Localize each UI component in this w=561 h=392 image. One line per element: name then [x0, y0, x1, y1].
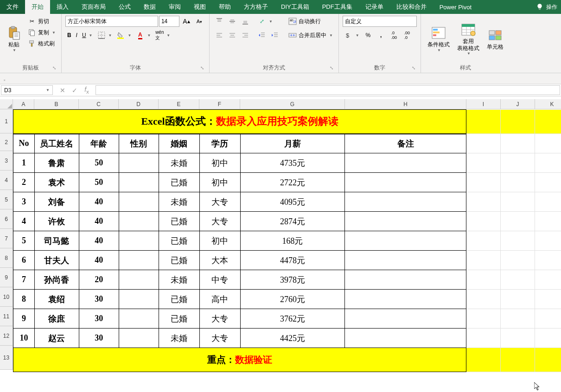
- row-header-12[interactable]: 12: [0, 326, 13, 346]
- cell-remark[interactable]: [345, 270, 466, 290]
- cell-gender[interactable]: [119, 153, 159, 173]
- header-marriage[interactable]: 婚姻: [159, 134, 199, 153]
- paste-button[interactable]: 粘贴 ▼: [4, 16, 24, 62]
- header-name[interactable]: 员工姓名: [34, 134, 79, 153]
- cell-remark[interactable]: [345, 251, 466, 270]
- clipboard-launcher[interactable]: ⤡: [51, 65, 57, 72]
- tab-review[interactable]: 审阅: [162, 0, 187, 14]
- tab-home[interactable]: 开始: [25, 0, 50, 14]
- tab-view[interactable]: 视图: [187, 0, 212, 14]
- cell-no[interactable]: 9: [13, 309, 35, 329]
- column-header-K[interactable]: K: [535, 99, 561, 109]
- row-header-11[interactable]: 11: [0, 307, 13, 326]
- wrap-text-button[interactable]: ab自动换行: [287, 16, 335, 27]
- cell-no[interactable]: 10: [13, 329, 35, 348]
- copy-button[interactable]: 复制 ▼: [26, 27, 57, 38]
- cell-name[interactable]: 徐庶: [34, 309, 79, 329]
- decrease-indent-button[interactable]: [256, 30, 268, 41]
- cell-age[interactable]: 50: [79, 153, 119, 173]
- cell-no[interactable]: 4: [13, 212, 35, 231]
- tab-insert[interactable]: 插入: [50, 0, 75, 14]
- cell-marriage[interactable]: 已婚: [159, 231, 199, 251]
- cell-marriage[interactable]: 已婚: [159, 212, 199, 231]
- cell-no[interactable]: 3: [13, 192, 35, 212]
- cell-education[interactable]: 大专: [199, 329, 240, 348]
- name-box[interactable]: D3 ▼: [1, 85, 53, 95]
- cell-gender[interactable]: [119, 231, 159, 251]
- cell-marriage[interactable]: 已婚: [159, 290, 199, 309]
- cell-remark[interactable]: [345, 329, 466, 348]
- row-header-6[interactable]: 6: [0, 209, 13, 229]
- cell-no[interactable]: 8: [13, 290, 35, 309]
- tab-diy[interactable]: DIY工具箱: [274, 0, 316, 14]
- cell-no[interactable]: 6: [13, 251, 35, 270]
- cell-education[interactable]: 大专: [199, 309, 240, 329]
- cell-salary[interactable]: 2874元: [240, 212, 345, 231]
- column-header-C[interactable]: C: [79, 99, 119, 109]
- title-cell[interactable]: Excel函数公式：数据录入应用技巧案例解读: [13, 110, 466, 134]
- cell-age[interactable]: 50: [79, 173, 119, 192]
- alignment-launcher[interactable]: ⤡: [328, 65, 335, 72]
- cell-name[interactable]: 赵云: [34, 329, 79, 348]
- cell-age[interactable]: 40: [79, 231, 119, 251]
- decrease-decimal-button[interactable]: .00.0: [401, 30, 413, 41]
- cell-gender[interactable]: [119, 270, 159, 290]
- align-right-button[interactable]: [239, 30, 251, 41]
- cell-no[interactable]: 1: [13, 153, 35, 173]
- cell-salary[interactable]: 4425元: [240, 329, 345, 348]
- bold-button[interactable]: B: [65, 30, 73, 41]
- align-middle-button[interactable]: [226, 16, 238, 27]
- cell-education[interactable]: 初中: [199, 153, 240, 173]
- cell-name[interactable]: 甘夫人: [34, 251, 79, 270]
- increase-decimal-button[interactable]: .0.00: [388, 30, 400, 41]
- cell-gender[interactable]: [119, 212, 159, 231]
- cell-name[interactable]: 鲁肃: [34, 153, 79, 173]
- cell-name[interactable]: 袁绍: [34, 290, 79, 309]
- header-education[interactable]: 学历: [199, 134, 240, 153]
- cell-marriage[interactable]: 未婚: [159, 153, 199, 173]
- align-top-button[interactable]: [213, 16, 225, 27]
- column-header-G[interactable]: G: [240, 99, 345, 109]
- column-header-B[interactable]: B: [34, 99, 79, 109]
- cell-remark[interactable]: [345, 173, 466, 192]
- row-header-13[interactable]: 13: [0, 346, 13, 370]
- column-header-E[interactable]: E: [159, 99, 199, 109]
- table-format-button[interactable]: 套用 表格格式▼: [454, 16, 482, 62]
- cell-education[interactable]: 中专: [199, 270, 240, 290]
- cell-salary[interactable]: 2722元: [240, 173, 345, 192]
- cell-no[interactable]: 2: [13, 173, 35, 192]
- cell-salary[interactable]: 3762元: [240, 309, 345, 329]
- cell-marriage[interactable]: 已婚: [159, 251, 199, 270]
- cell-education[interactable]: 高中: [199, 290, 240, 309]
- select-all-corner[interactable]: [0, 99, 13, 109]
- column-header-F[interactable]: F: [199, 99, 240, 109]
- cell-salary[interactable]: 3978元: [240, 270, 345, 290]
- cell-salary[interactable]: 4095元: [240, 192, 345, 212]
- increase-indent-button[interactable]: [269, 30, 281, 41]
- italic-button[interactable]: I: [74, 30, 79, 41]
- cell-remark[interactable]: [345, 153, 466, 173]
- cell-marriage[interactable]: 已婚: [159, 309, 199, 329]
- font-launcher[interactable]: ⤡: [199, 65, 205, 72]
- cell-salary[interactable]: 4735元: [240, 153, 345, 173]
- cell-salary[interactable]: 2760元: [240, 290, 345, 309]
- row-header-9[interactable]: 9: [0, 268, 13, 287]
- cell-salary[interactable]: 4478元: [240, 251, 345, 270]
- footer-cell[interactable]: 重点：数据验证: [13, 348, 466, 372]
- font-color-button[interactable]: A▼: [134, 30, 153, 41]
- cell-styles-button[interactable]: 单元格: [484, 16, 506, 62]
- cell-age[interactable]: 30: [79, 329, 119, 348]
- cell-gender[interactable]: [119, 309, 159, 329]
- column-header-D[interactable]: D: [119, 99, 159, 109]
- tab-file[interactable]: 文件: [0, 0, 25, 14]
- tab-pagelayout[interactable]: 页面布局: [75, 0, 112, 14]
- column-header-J[interactable]: J: [501, 99, 535, 109]
- cell-gender[interactable]: [119, 290, 159, 309]
- merge-center-button[interactable]: 合并后居中▼: [287, 30, 335, 41]
- orientation-button[interactable]: ⤢▼: [256, 16, 274, 27]
- align-bottom-button[interactable]: [239, 16, 251, 27]
- cell-no[interactable]: 7: [13, 270, 35, 290]
- align-center-button[interactable]: [226, 30, 238, 41]
- cell-education[interactable]: 大专: [199, 192, 240, 212]
- cut-button[interactable]: ✂ 剪切: [26, 16, 57, 27]
